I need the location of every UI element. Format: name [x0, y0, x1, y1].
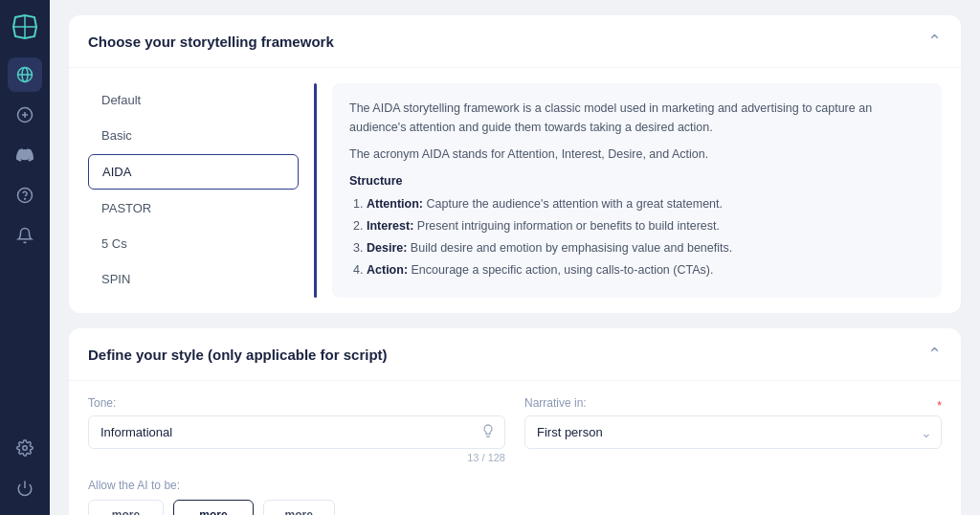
structure-item-bold-2: Interest:	[367, 219, 413, 233]
list-item: Action: Encourage a specific action, usi…	[367, 260, 924, 280]
style-collapse-icon[interactable]: ⌃	[927, 344, 942, 365]
ai-btn-creative[interactable]: more Creative	[88, 500, 164, 515]
planet-icon[interactable]	[8, 57, 42, 92]
framework-item-basic[interactable]: Basic	[88, 119, 299, 152]
narrative-label-row: Narrative in: *	[524, 396, 942, 415]
style-panel: Define your style (only applicable for s…	[69, 328, 961, 515]
bell-icon[interactable]	[8, 218, 42, 253]
style-row-top: Tone: 13 / 128 Narrative in:	[88, 396, 942, 463]
list-item: Attention: Capture the audience's attent…	[367, 194, 924, 213]
framework-structure-list: Attention: Capture the audience's attent…	[349, 194, 924, 280]
list-item: Desire: Build desire and emotion by emph…	[367, 238, 924, 258]
power-icon[interactable]	[8, 471, 42, 505]
style-panel-title: Define your style (only applicable for s…	[88, 347, 388, 363]
ai-section: Allow the AI to be: more Creative more B…	[88, 479, 942, 515]
framework-divider	[314, 83, 317, 298]
tone-label: Tone:	[88, 396, 505, 410]
main-content: Choose your storytelling framework ⌃ Def…	[50, 0, 980, 515]
narrative-label: Narrative in:	[524, 396, 587, 410]
framework-item-spin[interactable]: SPIN	[88, 262, 299, 296]
tone-col: Tone: 13 / 128	[88, 396, 505, 463]
narrative-required-asterisk: *	[937, 399, 942, 413]
structure-item-text-4: Encourage a specific action, using calls…	[408, 263, 713, 277]
ai-label: Allow the AI to be:	[88, 479, 942, 492]
question-icon[interactable]	[8, 178, 42, 213]
ai-buttons: more Creative more Balanced more Precise	[88, 500, 942, 515]
logo[interactable]	[8, 10, 42, 44]
style-body: Tone: 13 / 128 Narrative in:	[69, 381, 961, 515]
ai-btn-precise[interactable]: more Precise	[263, 500, 335, 515]
plus-circle-icon[interactable]	[8, 98, 42, 132]
ai-btn-creative-more: more	[106, 508, 145, 515]
style-panel-header: Define your style (only applicable for s…	[69, 328, 961, 381]
tone-input[interactable]	[88, 415, 505, 449]
framework-item-aida[interactable]: AIDA	[88, 154, 299, 190]
discord-icon[interactable]	[8, 138, 42, 172]
tone-char-count: 13 / 128	[88, 452, 505, 463]
framework-structure-label: Structure	[349, 171, 924, 190]
structure-item-bold-3: Desire:	[367, 241, 407, 255]
structure-item-text-2: Present intriguing information or benefi…	[413, 219, 720, 233]
narrative-select[interactable]: First person Second person Third person	[524, 415, 942, 449]
framework-body: Default Basic AIDA PASTOR 5 Cs SPIN The …	[69, 68, 961, 313]
structure-item-bold-1: Attention:	[367, 197, 423, 211]
framework-description-intro: The AIDA storytelling framework is a cla…	[349, 99, 924, 137]
narrative-select-wrap: First person Second person Third person …	[524, 415, 942, 449]
narrative-col: Narrative in: * First person Second pers…	[524, 396, 942, 463]
framework-panel-header: Choose your storytelling framework ⌃	[69, 15, 961, 68]
framework-list: Default Basic AIDA PASTOR 5 Cs SPIN	[88, 83, 299, 298]
framework-description: The AIDA storytelling framework is a cla…	[332, 83, 942, 298]
framework-collapse-icon[interactable]: ⌃	[927, 31, 942, 52]
list-item: Interest: Present intriguing information…	[367, 216, 924, 235]
framework-item-default[interactable]: Default	[88, 83, 299, 117]
structure-item-text-1: Capture the audience's attention with a …	[423, 197, 723, 211]
ai-btn-precise-more: more	[281, 508, 317, 515]
framework-description-acronym: The acronym AIDA stands for Attention, I…	[349, 145, 924, 164]
ai-btn-balanced-more: more	[191, 508, 235, 515]
settings-icon[interactable]	[8, 431, 42, 465]
ai-btn-balanced[interactable]: more Balanced	[173, 500, 254, 515]
framework-panel: Choose your storytelling framework ⌃ Def…	[69, 15, 961, 313]
sidebar	[0, 0, 50, 515]
framework-item-5cs[interactable]: 5 Cs	[88, 227, 299, 260]
structure-item-bold-4: Action:	[367, 263, 408, 277]
framework-item-pastor[interactable]: PASTOR	[88, 191, 299, 225]
structure-item-text-3: Build desire and emotion by emphasising …	[407, 241, 732, 255]
framework-panel-title: Choose your storytelling framework	[88, 34, 334, 50]
tone-input-wrap	[88, 415, 505, 449]
svg-point-8	[23, 446, 28, 451]
lightbulb-icon	[480, 423, 496, 442]
